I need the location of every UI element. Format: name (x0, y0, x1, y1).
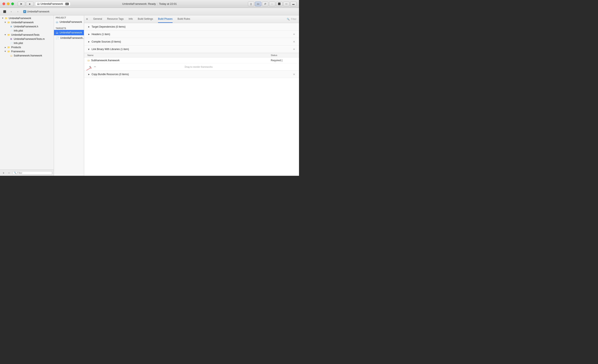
forward-nav-button[interactable]: › (15, 9, 21, 14)
editor-button[interactable]: ≡≡ (255, 2, 261, 6)
phase-target-dependencies[interactable]: ▶ Target Dependencies (0 items) (84, 23, 299, 31)
filter-placeholder: Filter (17, 172, 22, 174)
phase-link-close[interactable]: × (292, 48, 296, 51)
timestamp: Today at 22:01 (159, 2, 177, 5)
phase-expand-icon: ▶ (87, 48, 90, 51)
target-item-project[interactable]: 🗂 UmbrellaFramework (54, 19, 84, 25)
phase-headers-close[interactable]: × (292, 32, 296, 36)
stepper-arrows[interactable]: ▲ ▼ (281, 59, 283, 62)
breadcrumb: X UmbrellaFramework (23, 10, 50, 13)
phase-copy-bundle[interactable]: ▶ Copy Bundle Resources (0 items) × (84, 71, 299, 78)
assistant-button[interactable]: ⇄ (262, 2, 268, 6)
remove-file-button[interactable]: − (7, 171, 11, 175)
status-select[interactable]: Required ▲ ▼ (271, 59, 296, 62)
sidebar-item-products[interactable]: ▶ 📁 Products (0, 45, 54, 49)
info-plist-2-label: Info.plist (14, 42, 23, 45)
lb-status-cell[interactable]: Required ▲ ▼ (271, 59, 296, 62)
umbrella-h-label: UmbrellaFramework.h (14, 25, 38, 28)
sidebar-item-tests-group[interactable]: ▶ 📁 UmbrellaFrameworkTests (0, 33, 54, 37)
build-phases-panel: ▶ Target Dependencies (0 items) ▶ Header… (84, 23, 299, 176)
col-name-label: Name (87, 54, 271, 57)
phase-copy-close[interactable]: × (292, 73, 296, 76)
drag-hint: Drag to reorder frameworks (102, 65, 296, 68)
phase-compile-sources[interactable]: ▶ Compile Sources (0 items) × (84, 38, 299, 45)
phase-headers[interactable]: ▶ Headers (1 item) × (84, 31, 299, 38)
subframework-label: Subframework.framework (14, 54, 42, 57)
navigator-filter-box[interactable]: 🔍 Filter (12, 171, 52, 175)
add-phase-icon[interactable]: + (86, 17, 88, 21)
titlebar: ▶ ■ 🗂 UmbrellaFramework › D UmbrellaFram… (0, 0, 299, 8)
folder-yellow-icon: 📁 (7, 21, 10, 24)
stop-button[interactable]: ■ (26, 2, 33, 6)
main-layout: ▶ 📁 UmbrellaFramework ▶ 📁 UmbrellaFramew… (0, 15, 299, 176)
plist-file-icon: 📄 (9, 29, 13, 32)
filter-area: 🔍 Filter (284, 18, 299, 21)
code-view-button[interactable]: {} (248, 2, 254, 6)
h-file-icon: H (9, 25, 13, 28)
framework-target-icon: 🗂 (56, 31, 58, 34)
tab-resource-tags[interactable]: Resource Tags (107, 15, 124, 23)
scheme-selector[interactable]: 🗂 UmbrellaFramework › D (35, 2, 71, 6)
info-plist-1-label: Info.plist (14, 29, 23, 32)
tab-info[interactable]: Info (129, 15, 133, 23)
folder-blue-icon: 📁 (5, 17, 8, 20)
utilities-toggle[interactable]: ▬ (290, 2, 297, 6)
lb-row-subframework: 🗂 Subframework.framework Required ▲ ▼ (84, 57, 299, 63)
sidebar-item-info-plist-1[interactable]: ▶ 📄 Info.plist (0, 29, 54, 33)
frameworks-label: Frameworks (11, 50, 25, 53)
navigator-tree: ▶ 📁 UmbrellaFramework ▶ 📁 UmbrellaFramew… (0, 15, 54, 170)
folder-yellow-icon-2: 📁 (7, 33, 10, 36)
framework-item-icon: 🗂 (87, 59, 90, 62)
sidebar-item-frameworks[interactable]: ▶ 📁 Frameworks (0, 49, 54, 54)
back-nav-button[interactable]: ‹ (8, 9, 14, 14)
navigator-toggle[interactable]: ⬛ (276, 2, 282, 6)
filter-label: Filter (291, 18, 297, 21)
back-button[interactable]: ← (269, 2, 275, 6)
hide-navigator-button[interactable]: ⬛ (2, 9, 8, 14)
add-file-button[interactable]: + (2, 171, 5, 175)
folder-products-icon: 📁 (7, 46, 10, 49)
phase-compile-close[interactable]: × (292, 40, 296, 43)
phase-collapse-icon: ▶ (87, 40, 90, 43)
sidebar-item-umbrella-group[interactable]: ▶ 📁 UmbrellaFramework (0, 20, 54, 24)
tests-m-label: UmbrellaFrameworkTests.m (14, 38, 45, 40)
sidebar-item-info-plist-2[interactable]: ▶ 📄 Info.plist (0, 41, 54, 45)
expand-icon: ▶ (2, 17, 4, 19)
expand-icon-products: ▶ (4, 46, 7, 49)
target-tests-label: UmbrellaFramework... (60, 37, 85, 40)
toolbar: ⬛ ‹ › X UmbrellaFramework (0, 8, 299, 15)
minimize-button[interactable] (7, 2, 9, 5)
close-button[interactable] (2, 2, 5, 5)
lb-name-cell: 🗂 Subframework.framework (87, 59, 271, 62)
tab-build-phases[interactable]: Build Phases (158, 15, 173, 23)
sidebar-item-umbrella-h[interactable]: ▶ H UmbrellaFramework.h (0, 24, 54, 29)
run-button[interactable]: ▶ (18, 2, 25, 6)
fullscreen-button[interactable] (11, 2, 14, 5)
tab-build-rules[interactable]: Build Rules (178, 15, 190, 23)
tab-build-settings[interactable]: Build Settings (138, 15, 153, 23)
svg-line-1 (90, 67, 91, 68)
m-file-icon: M (9, 38, 13, 40)
framework-name: Subframework.framework (91, 59, 120, 62)
inspector-toggle[interactable]: ▭ (283, 2, 290, 6)
sidebar-item-root[interactable]: ▶ 📁 UmbrellaFramework (0, 16, 54, 20)
expand-icon: ▶ (4, 21, 7, 24)
target-item-umbrella[interactable]: 🗂 UmbrellaFramework (54, 30, 84, 35)
target-item-tests[interactable]: 📄 UmbrellaFramework... (54, 35, 84, 41)
svg-line-0 (86, 68, 91, 70)
tests-group-label: UmbrellaFrameworkTests (11, 33, 40, 36)
phase-link-binary[interactable]: ▶ Link Binary With Libraries (1 item) × (84, 45, 299, 53)
xcodeproj-icon: 🗂 (56, 21, 58, 24)
tab-bar: General Resource Tags Info Build Setting… (90, 15, 284, 23)
target-umbrella-label: UmbrellaFramework (60, 31, 82, 34)
plist-file-icon-2: 📄 (9, 42, 13, 45)
phase-collapse-icon: ▶ (87, 73, 90, 76)
sidebar-item-tests-m[interactable]: ▶ M UmbrellaFrameworkTests.m (0, 37, 54, 41)
status-value: Required (271, 59, 281, 62)
tab-general[interactable]: General (93, 15, 102, 23)
device-selector: D (66, 3, 69, 5)
breadcrumb-project: UmbrellaFramework (27, 10, 50, 13)
phase-link-content: Name Status 🗂 Subframework.framework Req… (84, 53, 299, 71)
phase-target-dep-title: Target Dependencies (0 items) (91, 25, 296, 28)
sidebar-item-subframework[interactable]: ▶ 🗂 Subframework.framework (0, 54, 54, 58)
